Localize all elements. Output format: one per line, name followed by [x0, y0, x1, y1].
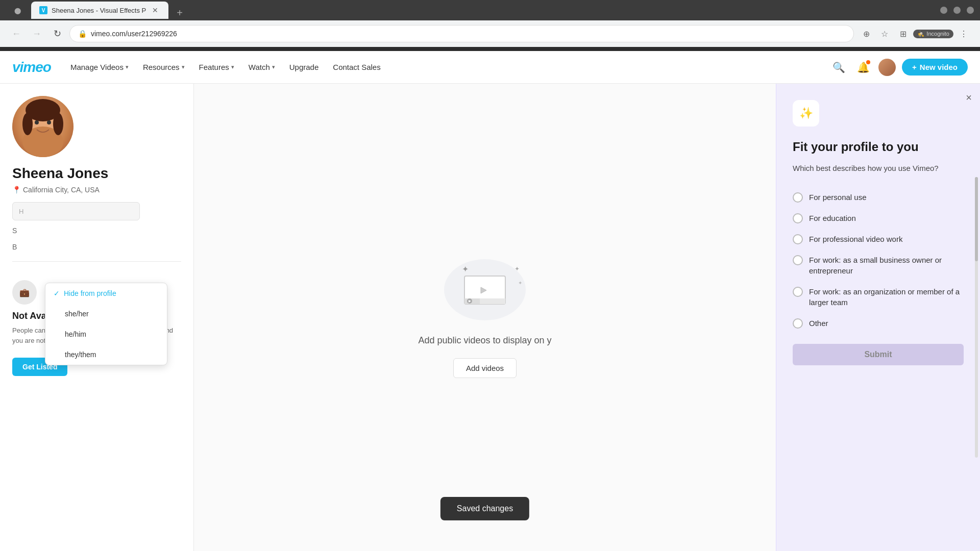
fit-panel-question: Which best describes how you use Vimeo?: [793, 163, 964, 174]
user-avatar[interactable]: [878, 59, 896, 76]
svg-point-3: [22, 113, 33, 135]
incognito-label: Incognito: [926, 31, 949, 37]
browser-toolbar-icons: ⊕ ☆ ⊞ 🕵 Incognito ⋮: [858, 26, 972, 42]
browser-toolbar: ← → ↻ 🔒 vimeo.com/user212969226 ⊕ ☆ ⊞ 🕵 …: [0, 20, 980, 47]
pronoun-dropdown: ✓ Hide from profile she/her he/him they/…: [45, 283, 167, 365]
svg-text:✦: ✦: [518, 280, 522, 286]
avatar-illustration: [12, 96, 74, 157]
svg-point-6: [47, 120, 51, 124]
nav-item-watch[interactable]: Watch ▾: [241, 51, 282, 84]
main-layout: Sheena Jones 📍 California City, CA, USA …: [0, 84, 980, 551]
incognito-badge: 🕵 Incognito: [913, 30, 953, 38]
add-videos-btn[interactable]: Add videos: [453, 358, 517, 378]
browser-chrome: ⬤ V Sheena Jones - Visual Effects P ✕ + …: [0, 0, 980, 51]
tab-favicon: V: [39, 6, 47, 14]
svg-point-5: [35, 120, 39, 124]
submit-btn[interactable]: Submit: [793, 344, 964, 365]
dropdown-item-they-them[interactable]: they/them: [45, 344, 167, 365]
empty-state: ✦ ✦ ✦ Add public videos to display on y: [418, 257, 551, 378]
chevron-down-icon: ▾: [272, 64, 275, 70]
radio-label: For professional video work: [809, 234, 902, 244]
pronoun-field-container: H: [12, 202, 181, 220]
fit-panel-title: Fit your profile to you: [793, 139, 964, 155]
nav-item-features[interactable]: Features ▾: [192, 51, 241, 84]
section-text-s: S: [12, 227, 181, 235]
new-video-btn[interactable]: + New video: [902, 59, 968, 76]
radio-label: Other: [809, 318, 828, 329]
fit-panel-close-btn[interactable]: ×: [966, 92, 972, 104]
svg-point-4: [53, 113, 63, 135]
cast-icon[interactable]: ⊕: [858, 26, 874, 42]
radio-option-org[interactable]: For work: as an organization or member o…: [793, 281, 964, 313]
url-bar[interactable]: 🔒 vimeo.com/user212969226: [69, 25, 854, 42]
close-btn[interactable]: [967, 7, 974, 14]
refresh-btn[interactable]: ↻: [49, 26, 65, 42]
minimize-btn[interactable]: [940, 7, 947, 14]
window-controls: [940, 7, 974, 14]
pronoun-input-value: H: [19, 208, 23, 215]
nav-item-manage-videos[interactable]: Manage Videos ▾: [63, 51, 136, 84]
radio-circle: [793, 213, 803, 223]
extension-icon[interactable]: ⊞: [895, 26, 911, 42]
nav-icons: 🔍 🔔: [829, 58, 896, 77]
chevron-down-icon: ▾: [231, 64, 234, 70]
radio-circle: [793, 287, 803, 297]
dropdown-item-she-her[interactable]: she/her: [45, 304, 167, 324]
radio-option-professional[interactable]: For professional video work: [793, 229, 964, 249]
notification-dot: [866, 60, 870, 64]
hire-icon: 💼: [12, 280, 37, 305]
fit-panel: × ✨ Fit your profile to you Which best d…: [776, 84, 980, 551]
svg-text:✦: ✦: [514, 265, 520, 272]
radio-label: For work: as a small business owner or e…: [809, 255, 964, 276]
radio-option-education[interactable]: For education: [793, 208, 964, 229]
nav-item-contact-sales[interactable]: Contact Sales: [326, 51, 387, 84]
chevron-down-icon: ▾: [182, 64, 185, 70]
tab-close-btn[interactable]: ✕: [150, 5, 160, 15]
vimeo-nav: vimeo Manage Videos ▾ Resources ▾ Featur…: [0, 51, 980, 84]
star-icon[interactable]: ☆: [876, 26, 893, 42]
profile-name: Sheena Jones: [12, 165, 181, 182]
main-content: ✦ ✦ ✦ Add public videos to display on y: [194, 84, 776, 551]
empty-video-illustration: ✦ ✦ ✦: [434, 257, 536, 323]
incognito-icon: 🕵: [917, 31, 924, 37]
empty-state-text: Add public videos to display on y: [418, 335, 551, 346]
notification-btn[interactable]: 🔔: [854, 58, 872, 77]
nav-item-resources[interactable]: Resources ▾: [136, 51, 192, 84]
location-pin-icon: 📍: [12, 186, 21, 194]
pronoun-input[interactable]: H: [12, 202, 140, 220]
search-btn[interactable]: 🔍: [829, 58, 848, 77]
new-tab-btn[interactable]: +: [173, 7, 187, 19]
fit-options-list: For personal use For education For profe…: [793, 187, 964, 334]
tab-active[interactable]: V Sheena Jones - Visual Effects P ✕: [31, 2, 168, 19]
tab-title: Sheena Jones - Visual Effects P: [52, 7, 146, 14]
menu-icon[interactable]: ⋮: [955, 26, 972, 42]
tab-inactive[interactable]: ⬤: [6, 3, 29, 19]
back-btn[interactable]: ←: [8, 26, 24, 42]
plus-icon: +: [912, 63, 917, 71]
dropdown-item-hide[interactable]: ✓ Hide from profile: [45, 283, 167, 304]
maximize-btn[interactable]: [953, 7, 961, 14]
section-divider: [12, 261, 181, 262]
briefcase-icon: 💼: [19, 288, 30, 297]
radio-circle: [793, 255, 803, 265]
svg-rect-13: [464, 298, 480, 304]
radio-option-small-biz[interactable]: For work: as a small business owner or e…: [793, 249, 964, 281]
search-icon: 🔍: [832, 61, 845, 73]
radio-circle: [793, 318, 803, 329]
page-content: vimeo Manage Videos ▾ Resources ▾ Featur…: [0, 51, 980, 551]
lock-icon: 🔒: [78, 30, 87, 38]
radio-label: For work: as an organization or member o…: [809, 286, 964, 308]
nav-item-upgrade[interactable]: Upgrade: [282, 51, 326, 84]
forward-btn[interactable]: →: [29, 26, 45, 42]
dropdown-item-he-him[interactable]: he/him: [45, 324, 167, 344]
profile-location: 📍 California City, CA, USA: [12, 186, 181, 194]
chevron-down-icon: ▾: [126, 64, 129, 70]
radio-option-other[interactable]: Other: [793, 313, 964, 334]
radio-option-personal[interactable]: For personal use: [793, 187, 964, 208]
vimeo-logo: vimeo: [12, 59, 51, 76]
check-icon: ✓: [54, 289, 60, 297]
radio-label: For personal use: [809, 192, 867, 203]
fit-panel-wand-icon: ✨: [793, 100, 819, 127]
browser-titlebar: ⬤ V Sheena Jones - Visual Effects P ✕ +: [0, 0, 980, 20]
scrollbar[interactable]: [975, 177, 978, 458]
